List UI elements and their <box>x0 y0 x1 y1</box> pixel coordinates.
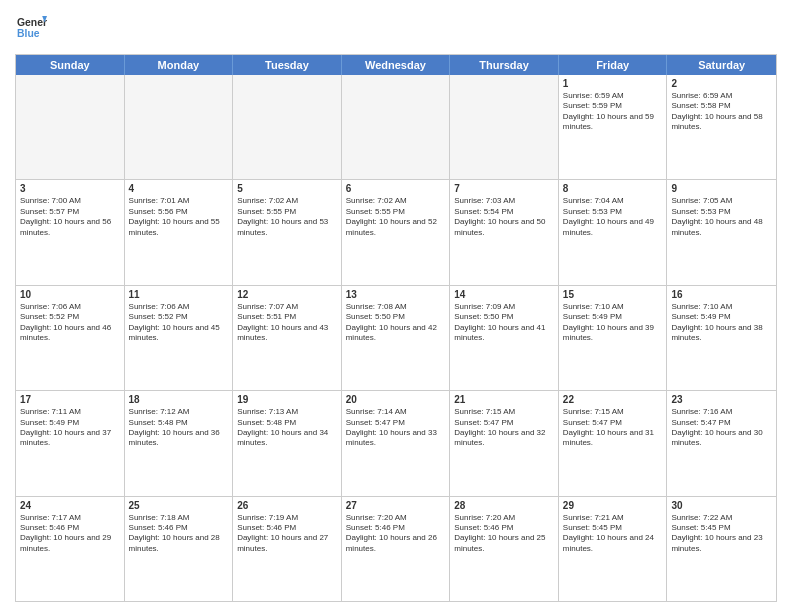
cell-info: Sunrise: 6:59 AM Sunset: 5:59 PM Dayligh… <box>563 91 663 133</box>
day-number: 28 <box>454 500 554 511</box>
calendar-cell: 25Sunrise: 7:18 AM Sunset: 5:46 PM Dayli… <box>125 497 234 601</box>
calendar-cell: 20Sunrise: 7:14 AM Sunset: 5:47 PM Dayli… <box>342 391 451 495</box>
calendar-cell: 17Sunrise: 7:11 AM Sunset: 5:49 PM Dayli… <box>16 391 125 495</box>
header-day-saturday: Saturday <box>667 55 776 75</box>
calendar-cell: 11Sunrise: 7:06 AM Sunset: 5:52 PM Dayli… <box>125 286 234 390</box>
day-number: 20 <box>346 394 446 405</box>
calendar-cell: 30Sunrise: 7:22 AM Sunset: 5:45 PM Dayli… <box>667 497 776 601</box>
day-number: 14 <box>454 289 554 300</box>
calendar-week-5: 24Sunrise: 7:17 AM Sunset: 5:46 PM Dayli… <box>16 497 776 601</box>
day-number: 23 <box>671 394 772 405</box>
cell-info: Sunrise: 7:17 AM Sunset: 5:46 PM Dayligh… <box>20 513 120 555</box>
cell-info: Sunrise: 7:04 AM Sunset: 5:53 PM Dayligh… <box>563 196 663 238</box>
cell-info: Sunrise: 7:02 AM Sunset: 5:55 PM Dayligh… <box>237 196 337 238</box>
cell-info: Sunrise: 7:15 AM Sunset: 5:47 PM Dayligh… <box>454 407 554 449</box>
logo-svg: General Blue <box>15 10 47 46</box>
day-number: 25 <box>129 500 229 511</box>
calendar-cell: 19Sunrise: 7:13 AM Sunset: 5:48 PM Dayli… <box>233 391 342 495</box>
cell-info: Sunrise: 7:05 AM Sunset: 5:53 PM Dayligh… <box>671 196 772 238</box>
day-number: 22 <box>563 394 663 405</box>
day-number: 27 <box>346 500 446 511</box>
calendar-cell: 29Sunrise: 7:21 AM Sunset: 5:45 PM Dayli… <box>559 497 668 601</box>
cell-info: Sunrise: 7:20 AM Sunset: 5:46 PM Dayligh… <box>346 513 446 555</box>
cell-info: Sunrise: 7:15 AM Sunset: 5:47 PM Dayligh… <box>563 407 663 449</box>
day-number: 17 <box>20 394 120 405</box>
calendar-cell: 10Sunrise: 7:06 AM Sunset: 5:52 PM Dayli… <box>16 286 125 390</box>
cell-info: Sunrise: 7:01 AM Sunset: 5:56 PM Dayligh… <box>129 196 229 238</box>
calendar-cell: 9Sunrise: 7:05 AM Sunset: 5:53 PM Daylig… <box>667 180 776 284</box>
cell-info: Sunrise: 7:20 AM Sunset: 5:46 PM Dayligh… <box>454 513 554 555</box>
svg-text:General: General <box>17 17 47 28</box>
cell-info: Sunrise: 7:10 AM Sunset: 5:49 PM Dayligh… <box>563 302 663 344</box>
calendar-cell: 6Sunrise: 7:02 AM Sunset: 5:55 PM Daylig… <box>342 180 451 284</box>
cell-info: Sunrise: 7:02 AM Sunset: 5:55 PM Dayligh… <box>346 196 446 238</box>
cell-info: Sunrise: 7:18 AM Sunset: 5:46 PM Dayligh… <box>129 513 229 555</box>
header-day-friday: Friday <box>559 55 668 75</box>
day-number: 12 <box>237 289 337 300</box>
cell-info: Sunrise: 7:22 AM Sunset: 5:45 PM Dayligh… <box>671 513 772 555</box>
day-number: 30 <box>671 500 772 511</box>
calendar-header: SundayMondayTuesdayWednesdayThursdayFrid… <box>16 55 776 75</box>
calendar-cell: 2Sunrise: 6:59 AM Sunset: 5:58 PM Daylig… <box>667 75 776 179</box>
calendar-cell: 24Sunrise: 7:17 AM Sunset: 5:46 PM Dayli… <box>16 497 125 601</box>
calendar-cell: 12Sunrise: 7:07 AM Sunset: 5:51 PM Dayli… <box>233 286 342 390</box>
day-number: 9 <box>671 183 772 194</box>
calendar-cell: 23Sunrise: 7:16 AM Sunset: 5:47 PM Dayli… <box>667 391 776 495</box>
calendar-cell: 7Sunrise: 7:03 AM Sunset: 5:54 PM Daylig… <box>450 180 559 284</box>
day-number: 24 <box>20 500 120 511</box>
calendar-cell: 4Sunrise: 7:01 AM Sunset: 5:56 PM Daylig… <box>125 180 234 284</box>
calendar-week-3: 10Sunrise: 7:06 AM Sunset: 5:52 PM Dayli… <box>16 286 776 391</box>
cell-info: Sunrise: 7:08 AM Sunset: 5:50 PM Dayligh… <box>346 302 446 344</box>
calendar-cell: 28Sunrise: 7:20 AM Sunset: 5:46 PM Dayli… <box>450 497 559 601</box>
day-number: 3 <box>20 183 120 194</box>
page: General Blue SundayMondayTuesdayWednesda… <box>0 0 792 612</box>
day-number: 18 <box>129 394 229 405</box>
header-day-wednesday: Wednesday <box>342 55 451 75</box>
day-number: 26 <box>237 500 337 511</box>
cell-info: Sunrise: 7:19 AM Sunset: 5:46 PM Dayligh… <box>237 513 337 555</box>
calendar-cell: 22Sunrise: 7:15 AM Sunset: 5:47 PM Dayli… <box>559 391 668 495</box>
cell-info: Sunrise: 7:21 AM Sunset: 5:45 PM Dayligh… <box>563 513 663 555</box>
svg-text:Blue: Blue <box>17 28 40 39</box>
calendar-cell <box>125 75 234 179</box>
cell-info: Sunrise: 6:59 AM Sunset: 5:58 PM Dayligh… <box>671 91 772 133</box>
cell-info: Sunrise: 7:11 AM Sunset: 5:49 PM Dayligh… <box>20 407 120 449</box>
day-number: 13 <box>346 289 446 300</box>
calendar: SundayMondayTuesdayWednesdayThursdayFrid… <box>15 54 777 602</box>
cell-info: Sunrise: 7:06 AM Sunset: 5:52 PM Dayligh… <box>20 302 120 344</box>
calendar-cell: 3Sunrise: 7:00 AM Sunset: 5:57 PM Daylig… <box>16 180 125 284</box>
day-number: 15 <box>563 289 663 300</box>
calendar-week-4: 17Sunrise: 7:11 AM Sunset: 5:49 PM Dayli… <box>16 391 776 496</box>
header-day-tuesday: Tuesday <box>233 55 342 75</box>
logo: General Blue <box>15 10 47 46</box>
calendar-cell: 16Sunrise: 7:10 AM Sunset: 5:49 PM Dayli… <box>667 286 776 390</box>
calendar-cell: 14Sunrise: 7:09 AM Sunset: 5:50 PM Dayli… <box>450 286 559 390</box>
calendar-cell: 1Sunrise: 6:59 AM Sunset: 5:59 PM Daylig… <box>559 75 668 179</box>
calendar-cell: 26Sunrise: 7:19 AM Sunset: 5:46 PM Dayli… <box>233 497 342 601</box>
day-number: 16 <box>671 289 772 300</box>
cell-info: Sunrise: 7:03 AM Sunset: 5:54 PM Dayligh… <box>454 196 554 238</box>
day-number: 5 <box>237 183 337 194</box>
day-number: 11 <box>129 289 229 300</box>
cell-info: Sunrise: 7:09 AM Sunset: 5:50 PM Dayligh… <box>454 302 554 344</box>
cell-info: Sunrise: 7:10 AM Sunset: 5:49 PM Dayligh… <box>671 302 772 344</box>
cell-info: Sunrise: 7:16 AM Sunset: 5:47 PM Dayligh… <box>671 407 772 449</box>
day-number: 7 <box>454 183 554 194</box>
calendar-cell: 13Sunrise: 7:08 AM Sunset: 5:50 PM Dayli… <box>342 286 451 390</box>
day-number: 2 <box>671 78 772 89</box>
cell-info: Sunrise: 7:14 AM Sunset: 5:47 PM Dayligh… <box>346 407 446 449</box>
cell-info: Sunrise: 7:12 AM Sunset: 5:48 PM Dayligh… <box>129 407 229 449</box>
day-number: 6 <box>346 183 446 194</box>
calendar-week-1: 1Sunrise: 6:59 AM Sunset: 5:59 PM Daylig… <box>16 75 776 180</box>
cell-info: Sunrise: 7:13 AM Sunset: 5:48 PM Dayligh… <box>237 407 337 449</box>
day-number: 10 <box>20 289 120 300</box>
day-number: 4 <box>129 183 229 194</box>
header-day-monday: Monday <box>125 55 234 75</box>
header-day-sunday: Sunday <box>16 55 125 75</box>
day-number: 29 <box>563 500 663 511</box>
calendar-cell: 15Sunrise: 7:10 AM Sunset: 5:49 PM Dayli… <box>559 286 668 390</box>
cell-info: Sunrise: 7:07 AM Sunset: 5:51 PM Dayligh… <box>237 302 337 344</box>
calendar-cell <box>342 75 451 179</box>
header-day-thursday: Thursday <box>450 55 559 75</box>
calendar-cell <box>16 75 125 179</box>
